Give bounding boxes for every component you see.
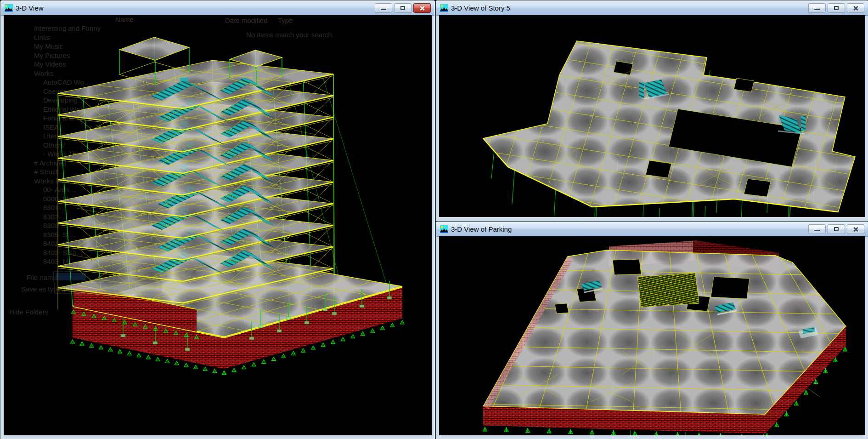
restore-button[interactable] — [394, 3, 411, 13]
mdi-workspace: 3-D View Name Date modified Type No item… — [0, 0, 868, 439]
minimize-button[interactable] — [808, 3, 826, 13]
restore-button[interactable] — [828, 3, 845, 13]
window-3d-view-story5: 3-D View of Story 5 — [435, 0, 868, 221]
etabs-3d-view-icon[interactable] — [440, 225, 448, 233]
close-icon — [852, 227, 859, 232]
window-3d-view: 3-D View Name Date modified Type No item… — [0, 0, 435, 439]
minimize-button[interactable] — [808, 224, 826, 234]
close-icon — [419, 6, 425, 11]
window-title: 3-D View of Parking — [451, 225, 808, 233]
window-titlebar[interactable]: 3-D View — [1, 1, 434, 16]
window-titlebar[interactable]: 3-D View of Parking — [436, 222, 868, 237]
model-3d-story5 — [439, 15, 865, 217]
minimize-icon — [381, 9, 386, 10]
close-button[interactable] — [847, 224, 864, 234]
window-titlebar[interactable]: 3-D View of Story 5 — [436, 1, 868, 16]
minimize-icon — [814, 9, 820, 10]
close-button[interactable] — [847, 3, 864, 13]
viewport-parking[interactable] — [439, 236, 865, 435]
etabs-3d-view-icon[interactable] — [5, 4, 13, 12]
window-3d-view-parking: 3-D View of Parking — [435, 221, 868, 439]
etabs-3d-view-icon[interactable] — [440, 4, 448, 12]
restore-button[interactable] — [828, 224, 845, 234]
minimize-button[interactable] — [375, 3, 392, 13]
window-title: 3-D View of Story 5 — [451, 4, 808, 12]
model-3d-parking — [439, 236, 865, 435]
model-3d-full-building — [4, 15, 432, 435]
restore-icon — [834, 6, 839, 10]
close-icon — [852, 6, 859, 11]
minimize-icon — [814, 230, 820, 231]
viewport-3d-view[interactable]: Name Date modified Type No items match y… — [4, 15, 432, 435]
close-button[interactable] — [413, 3, 431, 13]
restore-icon — [400, 6, 405, 10]
window-title: 3-D View — [16, 4, 375, 12]
restore-icon — [834, 227, 839, 231]
viewport-story5[interactable] — [439, 15, 865, 217]
